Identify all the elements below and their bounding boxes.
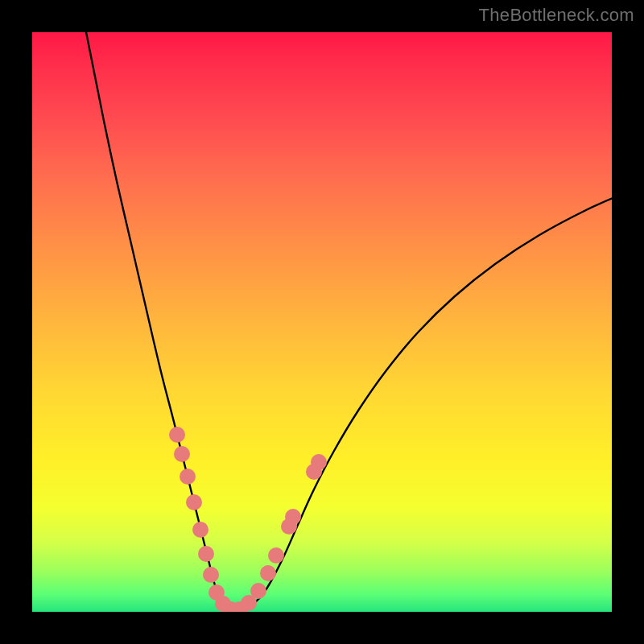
watermark-label: TheBottleneck.com	[479, 5, 634, 26]
data-marker	[268, 547, 284, 564]
data-marker	[311, 454, 327, 470]
data-marker	[174, 446, 190, 462]
data-marker	[180, 469, 196, 485]
chart-frame	[32, 32, 612, 612]
data-marker	[192, 522, 208, 538]
data-marker	[260, 565, 276, 581]
data-marker	[186, 494, 202, 510]
data-marker	[203, 567, 219, 583]
curve-right	[235, 192, 612, 612]
data-markers	[169, 427, 327, 612]
data-marker	[250, 583, 266, 599]
data-marker	[169, 427, 185, 443]
data-marker	[285, 509, 301, 525]
data-marker	[198, 546, 214, 562]
bottleneck-curve-plot	[32, 32, 612, 612]
curve-left	[85, 32, 235, 612]
